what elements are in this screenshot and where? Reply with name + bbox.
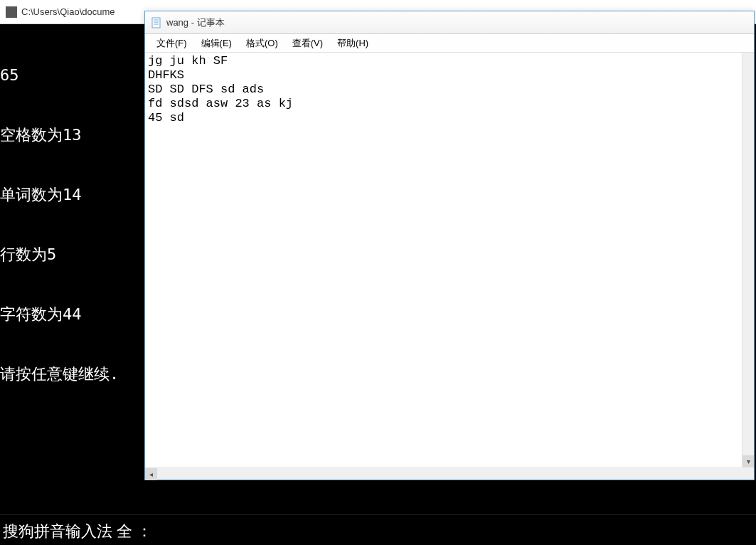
notepad-menubar: 文件(F) 编辑(E) 格式(O) 查看(V) 帮助(H) [145, 34, 754, 53]
notepad-bottom-scroll-row: ◂ [145, 467, 754, 480]
notepad-content-area: jg ju kh SF DHFKS SD SD DFS sd ads fd sd… [145, 53, 754, 467]
scroll-down-icon[interactable]: ▾ [742, 455, 755, 467]
notepad-window: wang - 记事本 文件(F) 编辑(E) 格式(O) 查看(V) 帮助(H)… [144, 11, 755, 480]
menu-edit[interactable]: 编辑(E) [194, 36, 239, 51]
horizontal-scrollbar[interactable]: ◂ [145, 467, 754, 480]
notepad-text-area[interactable]: jg ju kh SF DHFKS SD SD DFS sd ads fd sd… [145, 53, 742, 467]
scroll-left-icon[interactable]: ◂ [145, 468, 157, 480]
console-title-text: C:\Users\Qiao\docume [21, 6, 115, 17]
vertical-scrollbar[interactable]: ▾ [742, 53, 754, 467]
menu-file[interactable]: 文件(F) [149, 36, 194, 51]
svg-rect-0 [152, 18, 160, 28]
ime-status-text: 搜狗拼音输入法 全 ： [3, 522, 152, 540]
menu-format[interactable]: 格式(O) [239, 36, 285, 51]
scrollbar-corner [742, 467, 754, 480]
menu-view[interactable]: 查看(V) [285, 36, 330, 51]
ime-status-bar: 搜狗拼音输入法 全 ： [0, 514, 756, 545]
console-app-icon [6, 6, 17, 18]
notepad-title-text: wang - 记事本 [166, 16, 225, 29]
menu-help[interactable]: 帮助(H) [330, 36, 376, 51]
notepad-titlebar[interactable]: wang - 记事本 [145, 11, 754, 34]
notepad-app-icon [151, 17, 162, 28]
